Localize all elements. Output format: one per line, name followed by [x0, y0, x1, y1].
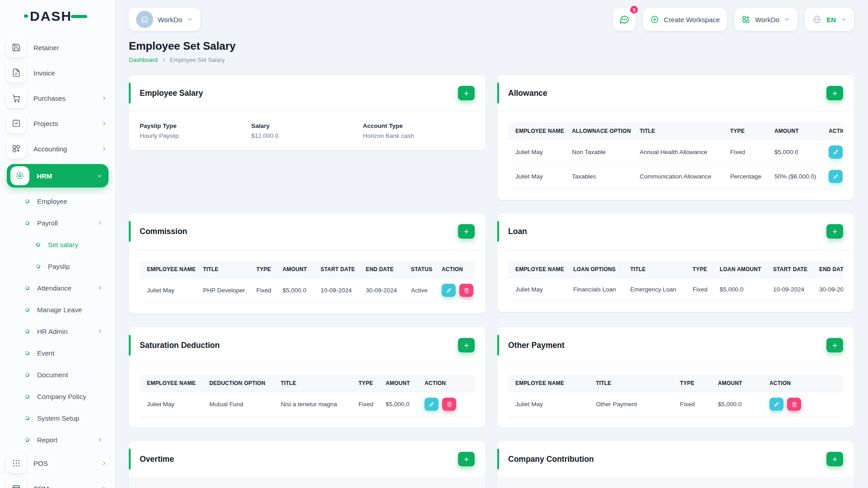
delete-button[interactable]: [459, 284, 473, 297]
table-cell: Juliet May: [140, 278, 196, 303]
bullet-icon: [25, 351, 29, 355]
add-allowance-button[interactable]: +: [826, 86, 843, 100]
workdo-apps-dropdown[interactable]: WorkDo: [734, 8, 797, 31]
table-cell: Taxables: [565, 164, 632, 189]
table-row: Juliet MayPHP DeveloperFixed$5,000.010-0…: [140, 278, 475, 303]
edit-button[interactable]: [769, 398, 783, 411]
add-commission-button[interactable]: +: [458, 224, 475, 239]
sidebar-item-accounting[interactable]: Accounting: [0, 136, 115, 161]
company-contribution-card: Company Contribution +: [497, 441, 854, 488]
edit-button[interactable]: [442, 284, 456, 297]
field-value: $12,000.0: [251, 132, 363, 139]
sidebar-item-attendance[interactable]: Attendance: [0, 277, 115, 299]
table-cell: 10-09-2024: [313, 278, 359, 303]
sidebar-item-report[interactable]: Report: [0, 429, 115, 450]
column-header: AMOUNT: [711, 375, 762, 392]
table-cell: Juliet May: [508, 140, 565, 164]
plus-circle-icon: [650, 15, 659, 24]
bullet-icon: [25, 221, 29, 225]
sidebar-item-event[interactable]: Event: [0, 342, 115, 364]
card-header: Company Contribution +: [497, 441, 854, 477]
dash-logo[interactable]: DASH: [30, 9, 72, 24]
sidebar-item-hr-admin[interactable]: HR Admin: [0, 320, 115, 342]
language-label: EN: [826, 16, 836, 23]
add-overtime-button[interactable]: +: [458, 452, 475, 466]
sidebar-item-hrm[interactable]: HRM: [7, 164, 108, 188]
table-cell: 30-09-2024: [812, 278, 843, 301]
add-saturation-deduction-button[interactable]: +: [458, 338, 475, 352]
chevron-down-icon: [96, 173, 102, 179]
sidebar-item-label: Accounting: [33, 145, 101, 153]
table-cell: Fixed: [351, 392, 378, 417]
sidebar-item-system-setup[interactable]: System Setup: [0, 407, 115, 429]
sidebar-item-label: Set salary: [48, 241, 103, 249]
sidebar-item-label: POS: [33, 460, 101, 467]
table-cell: Fixed: [723, 140, 767, 164]
logo-text: DASH: [30, 9, 72, 23]
sidebar-item-label: Projects: [33, 120, 101, 127]
card-title: Loan: [508, 227, 826, 236]
table-cell: $5,000.0: [712, 278, 766, 301]
company-contribution-body: [497, 477, 854, 488]
column-header: EMPLOYEE NAME: [140, 375, 202, 392]
delete-button[interactable]: [787, 398, 801, 411]
bullet-icon: [36, 264, 40, 268]
language-dropdown[interactable]: EN: [805, 8, 854, 31]
sidebar-item-projects[interactable]: Projects: [0, 111, 115, 136]
add-company-contribution-button[interactable]: +: [826, 452, 843, 466]
card-header: Saturation Deduction +: [129, 327, 486, 363]
card-header: Loan +: [497, 213, 854, 249]
sidebar-item-payroll[interactable]: Payroll: [0, 212, 115, 234]
sidebar-item-set-salary[interactable]: Set salary: [0, 234, 115, 255]
sidebar-item-invoice[interactable]: Invoice: [0, 60, 115, 85]
sidebar-item-retainer[interactable]: Retainer: [0, 35, 115, 60]
other-payment-body: EMPLOYEE NAMETITLETYPEAMOUNTACTIONJuliet…: [497, 363, 854, 427]
bullet-icon: [25, 372, 29, 377]
sidebar-item-employee[interactable]: Employee: [0, 190, 115, 212]
table-cell: Other Payment: [589, 392, 673, 417]
loan-card: Loan + EMPLOYEE NAMELOAN OPTIONSTITLETYP…: [497, 213, 854, 312]
chevron-right-icon: [101, 146, 107, 152]
bullet-icon: [25, 199, 29, 203]
messages-count-badge: 0: [629, 5, 639, 14]
sidebar-item-crm[interactable]: CRM: [0, 476, 115, 488]
breadcrumb-dashboard-link[interactable]: Dashboard: [129, 56, 158, 63]
field-value: Hourly Payslip: [140, 132, 251, 139]
column-header: EMPLOYEE NAME: [508, 122, 565, 140]
workspace-avatar: [136, 11, 153, 28]
sidebar-item-payslip[interactable]: Payslip: [0, 255, 115, 277]
sidebar-item-pos[interactable]: POS: [0, 450, 115, 476]
card-title: Saturation Deduction: [140, 341, 458, 350]
add-loan-button[interactable]: +: [826, 224, 843, 239]
table-cell: Fixed: [249, 278, 275, 303]
delete-button[interactable]: [442, 398, 456, 411]
accent-bar: [129, 449, 131, 469]
edit-button[interactable]: [425, 398, 439, 411]
edit-button[interactable]: [829, 170, 843, 183]
table-cell: Juliet May: [140, 392, 202, 417]
column-header: ACTION: [417, 375, 475, 392]
create-workspace-button[interactable]: Create Workspace: [643, 8, 727, 31]
sidebar-item-label: System Setup: [37, 414, 103, 422]
sidebar-item-label: Payroll: [37, 219, 97, 227]
chevron-right-icon: [97, 437, 103, 442]
chevron-right-icon: [101, 121, 107, 127]
sidebar-item-label: Invoice: [33, 69, 107, 77]
sidebar-item-manage-leave[interactable]: Manage Leave: [0, 299, 115, 320]
sidebar-item-purchases[interactable]: Purchases: [0, 85, 115, 111]
page-title: Employee Set Salary: [129, 40, 854, 52]
add-other-payment-button[interactable]: +: [826, 338, 843, 352]
sidebar-item-label: Employee: [37, 197, 103, 205]
sidebar-item-label: Event: [37, 349, 103, 357]
accent-bar: [497, 83, 499, 103]
workspace-switcher[interactable]: WorkDo: [129, 8, 200, 31]
other-payment-table: EMPLOYEE NAMETITLETYPEAMOUNTACTIONJuliet…: [508, 375, 843, 417]
accent-bar: [129, 83, 131, 103]
add-employee-salary-button[interactable]: +: [458, 86, 475, 100]
column-header: TITLE: [632, 122, 723, 140]
edit-button[interactable]: [829, 145, 843, 159]
messages-button[interactable]: 0: [613, 8, 636, 31]
sidebar-item-company-policy[interactable]: Company Policy: [0, 385, 115, 407]
sidebar-item-document[interactable]: Document: [0, 364, 115, 385]
table-cell: $5,000.0: [711, 392, 762, 417]
